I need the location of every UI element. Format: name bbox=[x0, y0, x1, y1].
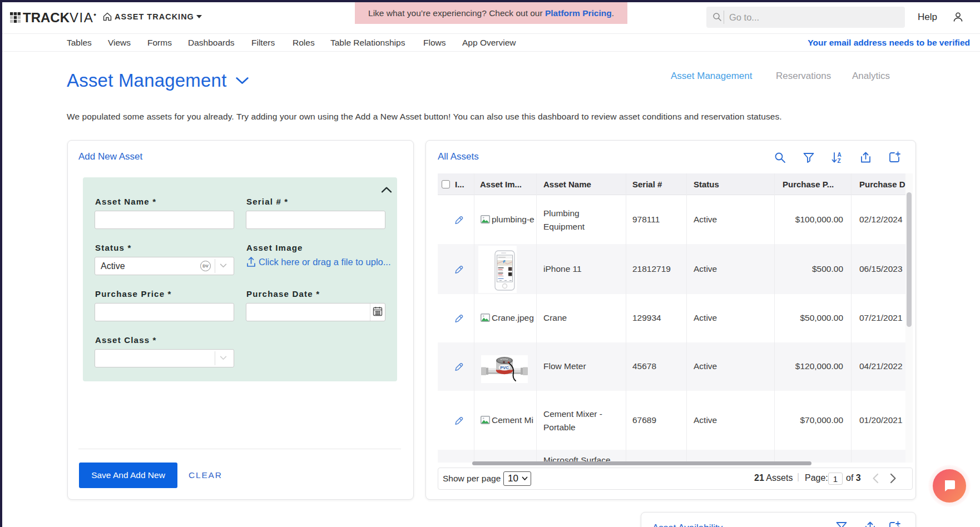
svg-text:Z: Z bbox=[838, 158, 841, 164]
svg-text:A: A bbox=[838, 152, 842, 158]
svg-text:PVC: PVC bbox=[500, 365, 509, 370]
